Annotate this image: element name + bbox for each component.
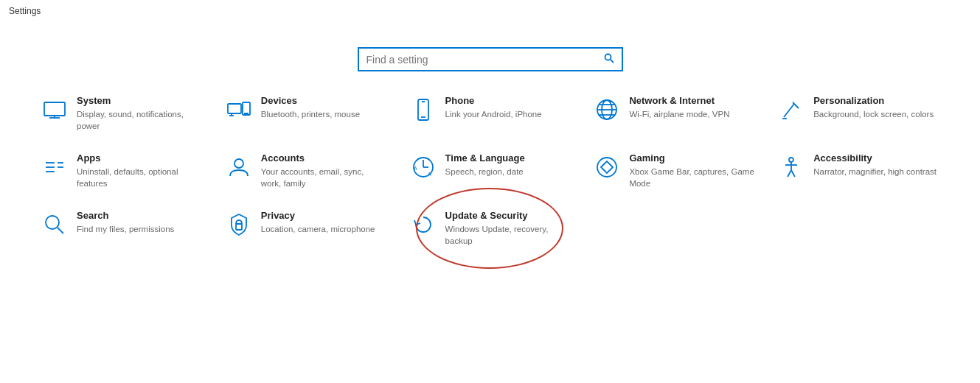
setting-name-personalization: Personalization (813, 95, 934, 106)
svg-line-37 (788, 170, 791, 177)
setting-name-accessibility: Accessibility (813, 152, 936, 164)
network-icon (594, 96, 620, 123)
update-icon (410, 211, 437, 238)
maximize-button[interactable] (942, 10, 951, 13)
setting-desc-apps: Uninstall, defaults, optional features (77, 166, 202, 189)
setting-desc-time: Speech, region, date (445, 166, 525, 178)
setting-name-privacy: Privacy (261, 210, 375, 221)
svg-point-34 (789, 158, 793, 162)
setting-name-search: Search (77, 210, 174, 221)
setting-name-network: Network & Internet (629, 95, 729, 106)
setting-name-accounts: Accounts (261, 152, 386, 164)
setting-item-search[interactable]: Search Find my files, permissions (29, 200, 214, 257)
minimize-button[interactable] (921, 10, 930, 13)
svg-point-0 (605, 55, 611, 60)
setting-desc-accounts: Your accounts, email, sync, work, family (261, 166, 386, 189)
setting-item-network[interactable]: Network & Internet Wi-Fi, airplane mode,… (582, 85, 766, 142)
setting-item-gaming[interactable]: Gaming Xbox Game Bar, captures, Game Mod… (582, 142, 766, 200)
svg-point-39 (46, 216, 59, 229)
setting-name-phone: Phone (445, 95, 542, 106)
time-icon: A A (410, 154, 437, 180)
setting-item-devices[interactable]: Devices Bluetooth, printers, mouse (214, 85, 398, 142)
system-icon (41, 96, 68, 123)
title-bar: Settings (0, 0, 980, 19)
devices-icon (226, 96, 252, 123)
privacy-icon (226, 211, 252, 238)
setting-item-apps[interactable]: Apps Uninstall, defaults, optional featu… (29, 142, 214, 200)
setting-item-accounts[interactable]: Accounts Your accounts, email, sync, wor… (214, 142, 398, 200)
search-icon (41, 211, 68, 238)
setting-desc-phone: Link your Android, iPhone (445, 108, 542, 120)
accessibility-icon (778, 154, 804, 180)
search-bar (358, 47, 623, 71)
page-header (0, 19, 980, 40)
svg-text:A: A (414, 166, 417, 171)
setting-desc-devices: Bluetooth, printers, mouse (261, 108, 360, 120)
svg-line-38 (791, 170, 795, 177)
setting-item-update[interactable]: Update & Security Windows Update, recove… (398, 200, 583, 257)
setting-desc-gaming: Xbox Game Bar, captures, Game Mode (629, 166, 754, 189)
setting-name-devices: Devices (261, 95, 360, 106)
setting-desc-search: Find my files, permissions (77, 223, 174, 235)
setting-desc-update: Windows Update, recovery, backup (445, 223, 571, 247)
setting-name-gaming: Gaming (629, 152, 754, 164)
svg-text:A: A (428, 172, 431, 177)
setting-desc-personalization: Background, lock screen, colors (813, 108, 934, 120)
settings-grid: System Display, sound, notifications, po… (0, 85, 980, 258)
search-bar-container (0, 47, 980, 71)
setting-item-privacy[interactable]: Privacy Location, camera, microphone (214, 200, 398, 257)
setting-item-personalization[interactable]: Personalization Background, lock screen,… (766, 85, 951, 142)
svg-point-27 (234, 159, 243, 168)
svg-line-40 (58, 228, 63, 233)
setting-item-phone[interactable]: Phone Link your Android, iPhone (398, 85, 583, 142)
window-controls (921, 10, 971, 13)
setting-name-update: Update & Security (445, 210, 571, 221)
svg-rect-9 (244, 113, 249, 116)
setting-desc-accessibility: Narrator, magnifier, high contrast (813, 166, 936, 178)
gaming-icon (594, 154, 620, 180)
search-input[interactable] (366, 54, 604, 66)
phone-icon (410, 96, 437, 123)
setting-item-time[interactable]: A A Time & Language Speech, region, date (398, 142, 583, 200)
setting-desc-privacy: Location, camera, microphone (261, 223, 375, 235)
personalization-icon (778, 96, 804, 123)
app-title: Settings (9, 6, 41, 16)
svg-point-10 (242, 106, 243, 108)
svg-rect-41 (236, 224, 242, 230)
svg-rect-5 (228, 104, 241, 113)
apps-icon (41, 154, 68, 180)
setting-name-time: Time & Language (445, 152, 525, 164)
setting-name-apps: Apps (77, 152, 202, 164)
setting-item-system[interactable]: System Display, sound, notifications, po… (29, 85, 214, 142)
search-icon (604, 53, 614, 66)
setting-desc-network: Wi-Fi, airplane mode, VPN (629, 108, 729, 120)
setting-name-system: System (77, 95, 202, 106)
close-button[interactable] (962, 10, 971, 13)
svg-rect-2 (44, 102, 65, 116)
accounts-icon (226, 154, 252, 180)
svg-line-19 (784, 104, 794, 117)
setting-item-accessibility[interactable]: Accessibility Narrator, magnifier, high … (766, 142, 951, 200)
setting-desc-system: Display, sound, notifications, power (77, 108, 202, 132)
svg-line-1 (611, 60, 614, 63)
